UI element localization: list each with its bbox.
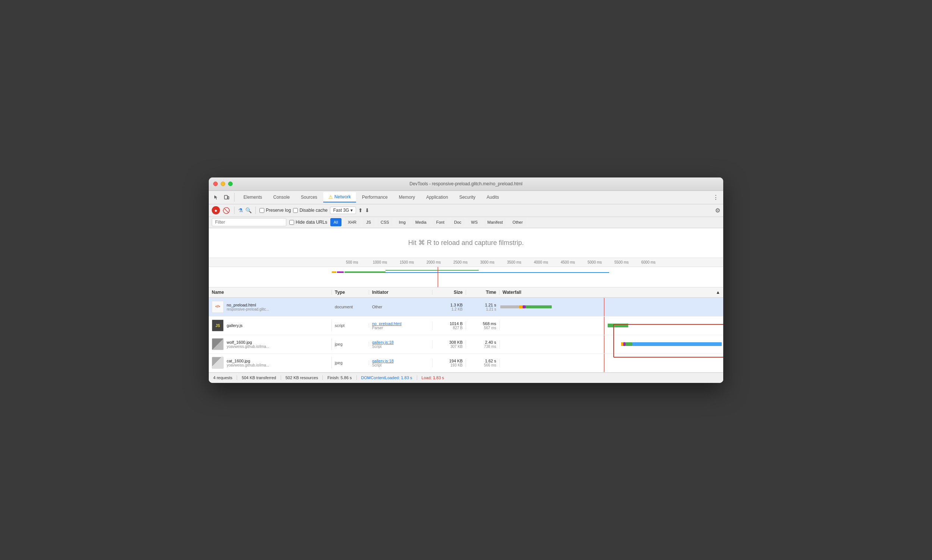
tick-5500: 5500 ms [614, 260, 629, 265]
row-waterfall-cell [500, 335, 723, 354]
filmstrip-message: Hit ⌘ R to reload and capture filmstrip. [408, 238, 524, 247]
search-icon[interactable]: 🔍 [245, 207, 252, 213]
timeline-bars [209, 267, 723, 288]
filter-img-button[interactable]: Img [395, 218, 409, 226]
row-name-cell: JS gallery.js [209, 320, 332, 331]
row-waterfall-cell [500, 317, 723, 335]
timeline-segment-green2 [386, 270, 479, 271]
table-row[interactable]: JS gallery.js script no_preload.html Par… [209, 317, 723, 335]
row-type-cell: jpeg [332, 360, 369, 365]
filter-js-button[interactable]: JS [363, 218, 374, 226]
table-row[interactable]: </> no_preload.html responsive-preload.g… [209, 298, 723, 317]
svg-rect-0 [225, 195, 228, 199]
filter-input[interactable] [212, 218, 286, 226]
filter-doc-button[interactable]: Doc [451, 218, 465, 226]
title-bar: DevTools - responsive-preload.glitch.me/… [209, 177, 723, 191]
tab-performance[interactable]: Performance [357, 192, 393, 202]
traffic-lights [213, 182, 233, 186]
filter-xhr-button[interactable]: XHR [345, 218, 360, 226]
hide-data-urls-checkbox[interactable]: Hide data URLs [289, 220, 327, 225]
network-table: Name Type Initiator Size Time Waterfall … [209, 288, 723, 372]
wf-bar-orange [519, 305, 523, 308]
wf-red-line4 [604, 354, 604, 372]
tick-3500: 3500 ms [507, 260, 521, 265]
filter-other-button[interactable]: Other [509, 218, 526, 226]
clear-button[interactable]: 🚫 [222, 206, 231, 214]
cursor-icon[interactable] [212, 193, 221, 202]
name-lines: wolf_1600.jpg yoavweiss.github.io/ima... [227, 340, 269, 349]
preserve-log-checkbox[interactable]: Preserve log [260, 208, 291, 213]
wf-bar-blue-wolf [632, 342, 722, 346]
filter-all-button[interactable]: All [330, 218, 341, 226]
filter-manifest-button[interactable]: Manifest [484, 218, 506, 226]
row-type-cell: script [332, 323, 369, 328]
device-toggle-icon[interactable] [222, 193, 231, 202]
row-size-cell: 194 KB 193 KB [432, 358, 466, 367]
disable-cache-checkbox[interactable]: Disable cache [293, 208, 327, 213]
header-waterfall[interactable]: Waterfall ▲ [500, 290, 723, 295]
header-time[interactable]: Time [466, 290, 500, 295]
toolbar-divider2 [255, 206, 256, 214]
import-icon[interactable]: ⬆ [358, 207, 363, 213]
import-export-buttons: ⬆ ⬇ [358, 207, 369, 213]
row-type-cell: document [332, 305, 369, 309]
tab-application[interactable]: Application [421, 192, 453, 202]
table-row[interactable]: wolf_1600.jpg yoavweiss.github.io/ima...… [209, 335, 723, 354]
row-time-cell: 1.62 s 566 ms [466, 358, 500, 367]
throttle-selector[interactable]: Fast 3G ▾ [330, 206, 357, 214]
row-size-cell: 1.3 KB 1.2 KB [432, 303, 466, 311]
tab-console[interactable]: Console [268, 192, 295, 202]
row-initiator-cell: gallery.js:18 Script [369, 358, 432, 367]
timeline-header: 500 ms 1000 ms 1500 ms 2000 ms 2500 ms 3… [209, 258, 723, 267]
header-size[interactable]: Size [432, 290, 466, 295]
row-initiator-cell: Other [369, 305, 432, 309]
record-button[interactable]: ● [212, 206, 220, 214]
filter-media-button[interactable]: Media [412, 218, 430, 226]
tab-network[interactable]: ⚠ Network [323, 192, 356, 202]
table-header-row: Name Type Initiator Size Time Waterfall … [209, 288, 723, 298]
tab-audits[interactable]: Audits [481, 192, 504, 202]
wf-bar-purple [523, 305, 526, 308]
filter-font-button[interactable]: Font [433, 218, 448, 226]
tab-memory[interactable]: Memory [394, 192, 420, 202]
devtools-window: DevTools - responsive-preload.glitch.me/… [209, 177, 723, 383]
tab-security[interactable]: Security [454, 192, 481, 202]
row-waterfall-cell [500, 298, 723, 316]
row-name-cell: wolf_1600.jpg yoavweiss.github.io/ima... [209, 338, 332, 350]
maximize-button[interactable] [228, 182, 233, 186]
status-bar: 4 requests 504 KB transferred 502 KB res… [209, 372, 723, 383]
header-type[interactable]: Type [332, 290, 369, 295]
file-icon-js: JS [212, 320, 224, 331]
window-title: DevTools - responsive-preload.glitch.me/… [410, 181, 523, 186]
tab-sources[interactable]: Sources [295, 192, 323, 202]
resources-size: 502 KB resources [281, 375, 323, 380]
tick-3000: 3000 ms [480, 260, 494, 265]
header-name[interactable]: Name [209, 290, 332, 295]
tick-6000: 6000 ms [641, 260, 655, 265]
header-initiator[interactable]: Initiator [369, 290, 432, 295]
close-button[interactable] [213, 182, 218, 186]
tick-2500: 2500 ms [453, 260, 468, 265]
more-tabs-icon[interactable]: ⋮ [711, 193, 720, 202]
minimize-button[interactable] [221, 182, 225, 186]
file-icon-cat [212, 357, 224, 369]
filter-ws-button[interactable]: WS [468, 218, 481, 226]
devtools-panel: Elements Console Sources ⚠ Network Perfo… [209, 191, 723, 383]
settings-icon[interactable]: ⚙ [715, 207, 720, 214]
filter-css-button[interactable]: CSS [377, 218, 392, 226]
row-time-cell: 568 ms 567 ms [466, 322, 500, 330]
tick-1500: 1500 ms [400, 260, 414, 265]
dom-content-loaded: DOMContentLoaded: 1.83 s [357, 375, 417, 380]
filter-icon[interactable]: ⚗ [238, 207, 243, 213]
row-size-cell: 1014 B 827 B [432, 322, 466, 330]
name-lines: gallery.js [227, 323, 243, 328]
tab-bar: Elements Console Sources ⚠ Network Perfo… [209, 191, 723, 204]
table-row[interactable]: cat_1600.jpg yoavweiss.github.io/ima... … [209, 354, 723, 372]
row-name-cell: </> no_preload.html responsive-preload.g… [209, 301, 332, 313]
tab-elements[interactable]: Elements [238, 192, 267, 202]
file-icon-img [212, 338, 224, 350]
file-icon-html: </> [212, 301, 224, 313]
export-icon[interactable]: ⬇ [365, 207, 369, 213]
row-time-cell: 2.40 s 738 ms [466, 340, 500, 349]
tick-500: 500 ms [346, 260, 358, 265]
